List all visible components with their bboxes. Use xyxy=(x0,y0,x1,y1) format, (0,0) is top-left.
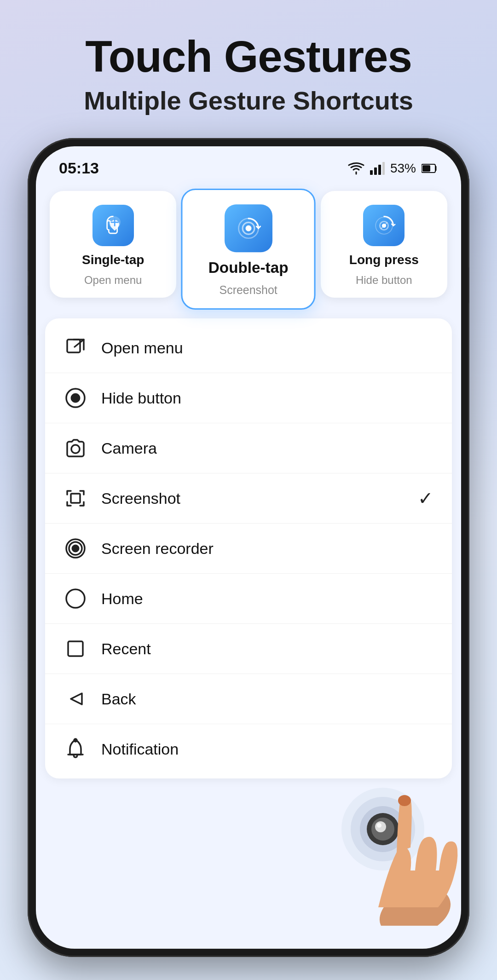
menu-label-open-menu: Open menu xyxy=(101,339,433,357)
header: Touch Gestures Multiple Gesture Shortcut… xyxy=(0,0,497,134)
signal-icon xyxy=(370,162,385,175)
hand-icon xyxy=(314,778,461,926)
gesture-card-single-tap[interactable]: Single-tap Open menu xyxy=(50,191,176,298)
long-press-icon xyxy=(371,213,397,238)
svg-rect-13 xyxy=(67,340,80,352)
svg-rect-2 xyxy=(378,165,381,175)
power-button xyxy=(468,267,469,304)
svg-point-32 xyxy=(398,795,411,806)
double-tap-icon xyxy=(234,213,263,243)
status-icons: 53% xyxy=(348,161,438,176)
page-title: Touch Gestures xyxy=(28,32,469,81)
camera-icon xyxy=(64,436,87,460)
menu-item-screen-recorder[interactable]: Screen recorder xyxy=(45,524,452,574)
gesture-card-long-press[interactable]: Long press Hide button xyxy=(321,191,447,298)
menu-label-recent: Recent xyxy=(101,640,433,658)
gesture-cards: Single-tap Open menu Double-t xyxy=(50,191,447,307)
open-menu-icon xyxy=(64,336,87,360)
svg-point-16 xyxy=(71,445,80,453)
battery-icon xyxy=(422,163,438,173)
volume-down-button xyxy=(28,285,29,336)
floating-button-area xyxy=(291,746,447,921)
double-tap-icon-bg xyxy=(225,204,272,252)
notification-icon xyxy=(64,737,87,761)
home-icon xyxy=(64,587,87,611)
svg-rect-0 xyxy=(370,170,373,175)
single-tap-icon-bg xyxy=(92,205,134,246)
hide-button-icon xyxy=(64,386,87,410)
screenshot-checkmark: ✓ xyxy=(418,488,433,509)
svg-rect-3 xyxy=(382,162,385,175)
svg-rect-17 xyxy=(71,494,80,503)
volume-up-button xyxy=(28,239,29,271)
svg-point-15 xyxy=(71,393,80,403)
svg-rect-22 xyxy=(68,641,83,656)
screenshot-icon xyxy=(64,486,87,510)
double-tap-sublabel: Screenshot xyxy=(220,283,277,297)
long-press-sublabel: Hide button xyxy=(356,274,412,287)
double-tap-label: Double-tap xyxy=(208,259,289,277)
wifi-icon xyxy=(348,162,364,175)
svg-rect-5 xyxy=(422,165,430,172)
phone-frame: 05:13 53% xyxy=(28,138,469,957)
gesture-card-double-tap[interactable]: Double-tap Screenshot xyxy=(181,189,316,310)
menu-label-hide-button: Hide button xyxy=(101,389,433,407)
status-bar: 05:13 53% xyxy=(36,146,461,182)
menu-item-recent[interactable]: Recent xyxy=(45,624,452,674)
menu-label-back: Back xyxy=(101,690,433,708)
menu-label-screenshot: Screenshot xyxy=(101,490,404,507)
svg-point-12 xyxy=(382,223,386,227)
page-subtitle: Multiple Gesture Shortcuts xyxy=(28,86,469,115)
single-tap-label: Single-tap xyxy=(82,253,144,267)
long-press-icon-bg xyxy=(363,205,405,246)
svg-rect-1 xyxy=(374,167,377,175)
menu-label-home: Home xyxy=(101,590,433,608)
gesture-section: Single-tap Open menu Double-t xyxy=(36,182,461,307)
menu-item-back[interactable]: Back xyxy=(45,674,452,724)
svg-point-20 xyxy=(72,545,79,552)
back-icon xyxy=(64,687,87,711)
phone-screen: 05:13 53% xyxy=(36,146,461,949)
status-time: 05:13 xyxy=(59,159,99,177)
long-press-label: Long press xyxy=(349,253,419,267)
svg-point-23 xyxy=(74,739,77,742)
battery-percentage: 53% xyxy=(390,161,416,176)
menu-list: Open menu Hide button xyxy=(45,318,452,778)
screen-recorder-icon xyxy=(64,536,87,560)
menu-item-open-menu[interactable]: Open menu xyxy=(45,323,452,373)
menu-label-screen-recorder: Screen recorder xyxy=(101,540,433,558)
menu-item-home[interactable]: Home xyxy=(45,574,452,624)
touch-icon xyxy=(100,213,126,238)
menu-item-camera[interactable]: Camera xyxy=(45,423,452,473)
svg-point-9 xyxy=(246,225,252,231)
menu-label-camera: Camera xyxy=(101,439,433,457)
menu-item-hide-button[interactable]: Hide button xyxy=(45,373,452,423)
single-tap-sublabel: Open menu xyxy=(84,274,142,287)
menu-item-screenshot[interactable]: Screenshot ✓ xyxy=(45,473,452,524)
recent-icon xyxy=(64,637,87,661)
svg-point-21 xyxy=(66,589,85,608)
